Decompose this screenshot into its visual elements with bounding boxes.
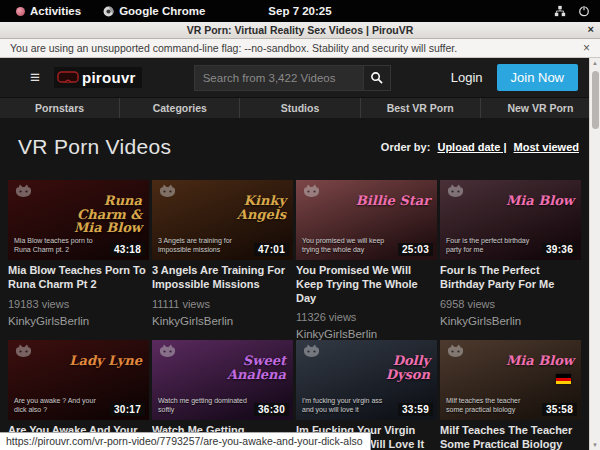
video-thumbnail[interactable]: Lady Lyne Are you awake ? And your dick …	[8, 340, 149, 420]
site-logo[interactable]: pirouvr	[54, 67, 142, 88]
menu-icon[interactable]: ≡	[30, 69, 40, 86]
studio-cat-mask-icon	[446, 184, 465, 198]
thumbnail-overlay-caption: I'm fucking your virgin ass and you will…	[302, 396, 393, 414]
network-icon[interactable]	[554, 5, 566, 17]
video-grid: Runa Charm & Mia Blow Mia Blow teaches p…	[8, 180, 581, 450]
infobar-close-icon[interactable]: ×	[583, 41, 590, 55]
video-duration-badge: 25:03	[398, 243, 433, 256]
site-header: ≡ pirouvr Login Join Now	[0, 58, 600, 97]
thumbnail-overlay-name: Lady Lyne	[69, 354, 142, 368]
vr-goggles-icon	[57, 71, 79, 84]
search-button[interactable]	[364, 65, 391, 91]
thumbnail-overlay-caption: Mia Blow teaches porn to Runa Charm pt. …	[14, 236, 105, 254]
thumbnail-overlay-name: Sweet Analena	[206, 354, 286, 381]
video-views: 11111 views	[152, 298, 293, 310]
video-thumbnail[interactable]: Mia Blow Four is the perfect birthday pa…	[440, 180, 581, 260]
page-title: VR Porn Videos	[18, 135, 171, 159]
thumbnail-overlay-caption: Four is the perfect birthday party for m…	[446, 236, 537, 254]
scrollbar-thumb[interactable]	[592, 71, 599, 129]
video-duration-badge: 36:30	[254, 403, 289, 416]
thumbnail-overlay-name: Billie Star	[356, 194, 430, 208]
video-thumbnail[interactable]: Dolly Dyson I'm fucking your virgin ass …	[296, 340, 437, 420]
video-thumbnail[interactable]: Mia Blow Milf teaches the teacher some p…	[440, 340, 581, 420]
order-by-label: Order by:	[381, 141, 431, 153]
video-card[interactable]: Mia Blow Four is the perfect birthday pa…	[440, 180, 581, 340]
video-title[interactable]: Mia Blow Teaches Porn To Runa Charm Pt 2	[8, 264, 149, 292]
search-input[interactable]	[194, 65, 364, 91]
search-bar	[194, 65, 391, 91]
studio-cat-mask-icon	[158, 344, 177, 358]
video-thumbnail[interactable]: Kinky Angels 3 Angels are training for i…	[152, 180, 293, 260]
thumbnail-overlay-name: Mia Blow	[506, 354, 574, 368]
search-icon	[370, 71, 383, 84]
video-thumbnail[interactable]: Runa Charm & Mia Blow Mia Blow teaches p…	[8, 180, 149, 260]
studio-cat-mask-icon	[446, 344, 465, 358]
video-title[interactable]: 3 Angels Are Training For Impossible Mis…	[152, 264, 293, 292]
video-duration-badge: 35:58	[542, 403, 577, 416]
thumbnail-overlay-caption: You promised we will keep trying the who…	[302, 236, 393, 254]
nav-item-categories[interactable]: Categories	[119, 98, 239, 118]
studio-cat-mask-icon	[158, 184, 177, 198]
video-card[interactable]: Mia Blow Milf teaches the teacher some p…	[440, 340, 581, 450]
main-area: VR Porn Videos Order by: Upload date | M…	[0, 130, 600, 450]
video-views: 6958 views	[440, 298, 581, 310]
thumbnail-overlay-caption: Are you awake ? And your dick also ?	[14, 396, 105, 414]
video-thumbnail[interactable]: Billie Star You promised we will keep tr…	[296, 180, 437, 260]
nav-item-new-vr-porn[interactable]: New VR Porn	[480, 98, 600, 118]
nav-item-pornstars[interactable]: Pornstars	[0, 98, 119, 118]
video-title[interactable]: Milf Teaches The Teacher Some Practical …	[440, 424, 581, 450]
site-logo-text: pirouvr	[82, 69, 136, 86]
warning-message: You are using an unsupported command-lin…	[10, 42, 457, 54]
studio-cat-mask-icon	[302, 344, 321, 358]
video-channel-link[interactable]: KinkyGirlsBerlin	[440, 315, 581, 327]
video-views: 19183 views	[8, 298, 149, 310]
studio-cat-mask-icon	[14, 184, 33, 198]
active-app-menu[interactable]: Google Chrome	[95, 0, 213, 22]
video-card[interactable]: Kinky Angels 3 Angels are training for i…	[152, 180, 293, 340]
video-channel-link[interactable]: KinkyGirlsBerlin	[152, 315, 293, 327]
activities-dot-icon	[16, 7, 25, 16]
video-channel-link[interactable]: KinkyGirlsBerlin	[8, 315, 149, 327]
video-duration-badge: 39:36	[542, 243, 577, 256]
video-card[interactable]: Billie Star You promised we will keep tr…	[296, 180, 437, 340]
system-top-bar: Activities Google Chrome Sep 7 20:25	[0, 0, 600, 22]
nav-item-best-vr-porn[interactable]: Best VR Porn	[360, 98, 480, 118]
thumbnail-overlay-caption: Watch me getting dominated softly	[158, 396, 249, 414]
video-thumbnail[interactable]: Sweet Analena Watch me getting dominated…	[152, 340, 293, 420]
video-card[interactable]: Runa Charm & Mia Blow Mia Blow teaches p…	[8, 180, 149, 340]
login-link[interactable]: Login	[451, 70, 483, 85]
nav-item-studios[interactable]: Studios	[239, 98, 359, 118]
app-name-label: Google Chrome	[119, 5, 205, 17]
thumbnail-overlay-name: Runa Charm & Mia Blow	[62, 194, 142, 235]
scrollbar-down-icon[interactable]: ▼	[592, 440, 598, 450]
window-title: VR Porn: Virtual Reality Sex Videos | Pi…	[187, 24, 414, 36]
page-content: ≡ pirouvr Login Join Now Pornstars Categ…	[0, 58, 600, 450]
window-close-icon[interactable]: ×	[588, 23, 594, 35]
video-views: 11326 views	[296, 311, 437, 323]
power-icon[interactable]	[578, 5, 590, 17]
scrollbar-up-icon[interactable]: ▲	[592, 58, 598, 68]
order-upload-date-link[interactable]: Upload date |	[437, 141, 506, 153]
page-scrollbar[interactable]: ▲ ▼	[589, 58, 600, 450]
order-most-viewed-link[interactable]: Most viewed	[514, 141, 579, 153]
chrome-icon	[103, 6, 114, 17]
thumbnail-overlay-name: Mia Blow	[506, 194, 574, 208]
activities-label: Activities	[30, 5, 81, 17]
activities-button[interactable]: Activities	[8, 0, 89, 22]
thumbnail-overlay-caption: Milf teaches the teacher some practical …	[446, 396, 537, 414]
video-title[interactable]: Four Is The Perfect Birthday Party For M…	[440, 264, 581, 292]
thumbnail-overlay-caption: 3 Angels are training for impossible mis…	[158, 236, 249, 254]
order-by: Order by: Upload date | Most viewed	[381, 141, 579, 153]
join-now-button[interactable]: Join Now	[497, 64, 578, 91]
studio-cat-mask-icon	[14, 344, 33, 358]
video-title[interactable]: You Promised We Will Keep Trying The Who…	[296, 264, 437, 305]
german-flag-icon	[556, 374, 571, 384]
video-duration-badge: 30:17	[110, 403, 145, 416]
video-duration-badge: 47:01	[254, 243, 289, 256]
main-nav: Pornstars Categories Studios Best VR Por…	[0, 97, 600, 118]
video-duration-badge: 33:59	[398, 403, 433, 416]
studio-cat-mask-icon	[302, 184, 321, 198]
thumbnail-overlay-name: Dolly Dyson	[350, 354, 430, 381]
video-channel-link[interactable]: KinkyGirlsBerlin	[296, 328, 437, 340]
browser-status-bar: https://pirouvr.com/vr-porn-video/779325…	[0, 432, 371, 450]
